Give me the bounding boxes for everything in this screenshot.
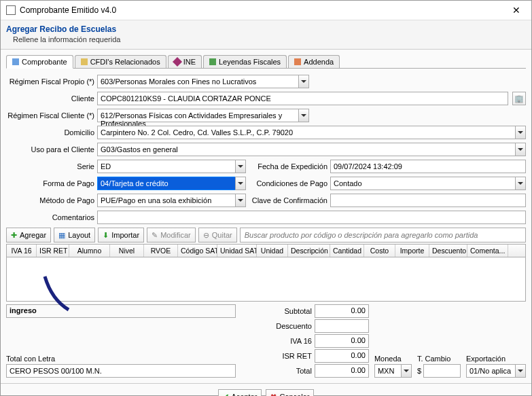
label-comentarios: Comentarios [6,213,94,221]
grid-col-header[interactable]: Código SAT [178,245,217,257]
chevron-down-icon[interactable] [515,143,526,156]
serie-select[interactable]: ED [97,160,246,173]
label-serie: Serie [6,162,94,170]
grid-col-header[interactable]: Cantidad [330,245,364,257]
regimen-propio-select[interactable]: 603/Personas Morales con Fines no Lucrat… [97,75,309,88]
label-subtotal: Subtotal [261,307,312,315]
exportacion-select[interactable]: 01/No aplica [466,364,526,378]
descuento-value [315,319,369,333]
grid-col-header[interactable]: ISR RET [37,245,69,257]
grid-col-header[interactable]: Descuento [429,245,467,257]
label-exportacion: Exportación [466,355,526,363]
grid-col-header[interactable]: RVOE [144,245,178,257]
quitar-button: ⊖Quitar [198,228,237,242]
tab-ine[interactable]: INE [168,55,202,68]
window-title: Comprobante Emitido v4.0 [20,5,503,15]
plus-icon: ✚ [11,231,17,240]
grid-col-header[interactable]: IVA 16 [7,245,37,257]
cliente-lookup-button[interactable]: 🏢 [512,92,526,105]
grid-col-header[interactable]: Nivel [110,245,144,257]
items-grid[interactable]: IVA 16ISR RETAlumnoNivelRVOECódigo SATUn… [6,244,526,302]
subtotal-value: 0.00 [315,304,369,318]
chevron-down-icon[interactable] [515,177,526,190]
cancelar-button[interactable]: ✖Cancelar [266,389,314,396]
page-subtitle: Rellene la información requerida [13,35,526,43]
link-icon [81,58,88,65]
cond-pago-select[interactable]: Contado [330,177,526,190]
domicilio-select[interactable]: Carpintero No. 2 Col. Cedro, Cd. Valles … [97,126,526,139]
label-iva: IVA 16 [261,337,312,345]
grid-col-header[interactable]: Importe [395,245,429,257]
uso-cliente-select[interactable]: G03/Gastos en general [97,143,526,156]
chevron-down-icon[interactable] [235,194,246,207]
chevron-down-icon[interactable] [515,126,526,139]
grid-col-header[interactable]: Costo [364,245,395,257]
chevron-down-icon[interactable] [298,75,309,88]
grid-col-header[interactable]: Alumno [69,245,110,257]
agregar-button[interactable]: ✚Agregar [6,228,51,242]
total-value: 0.00 [315,364,369,378]
grid-col-header[interactable]: Comenta... [467,245,508,257]
currency-symbol: $ [417,367,421,375]
app-icon [6,5,16,15]
page-title: Agregar Recibo de Escuelas [6,24,526,34]
diamond-icon [173,57,182,67]
check-icon: ✔ [223,393,229,397]
total-letra-value: CERO PESOS 00/100 M.N. [6,364,236,378]
label-clave-conf: Clave de Confirmación [249,196,327,204]
chevron-down-icon[interactable] [235,160,246,173]
label-moneda: Moneda [374,355,412,363]
close-button[interactable]: ✕ [507,5,526,16]
metodo-pago-select[interactable]: PUE/Pago en una sola exhibición [97,194,246,207]
x-icon: ✖ [270,393,277,397]
label-total: Total [261,367,312,375]
chevron-down-icon[interactable] [401,364,412,378]
aceptar-button[interactable]: ✔Aceptar [218,389,262,396]
tab-addenda[interactable]: Addenda [288,55,340,68]
tab-comprobante[interactable]: Comprobante [6,55,73,69]
clave-conf-input[interactable] [330,194,526,207]
label-metodo-pago: Método de Pago [6,196,94,204]
layout-icon: ▦ [58,231,65,240]
label-domicilio: Domicilio [6,128,94,137]
grid-col-header[interactable]: Unidad [257,245,288,257]
ingreso-box: ingreso [6,304,236,318]
tcambio-input[interactable] [423,364,461,378]
chevron-down-icon[interactable] [235,177,246,190]
cliente-input[interactable] [97,92,508,105]
regimen-cliente-select[interactable]: 612/Personas Físicas con Actividades Emp… [97,109,309,122]
minus-icon: ⊖ [203,231,209,240]
label-isr: ISR RET [261,352,312,360]
importar-button[interactable]: ⬇Importar [98,228,144,242]
label-cond-pago: Condiciones de Pago [249,179,327,187]
import-icon: ⬇ [103,231,109,240]
tab-leyendas[interactable]: Leyendas Fiscales [203,55,287,68]
product-search-input[interactable] [240,228,526,242]
file-icon [294,58,301,65]
layout-button[interactable]: ▦Layout [54,228,95,242]
label-descuento: Descuento [261,322,312,330]
fecha-exp-input[interactable] [330,160,526,173]
label-regimen-propio: Régimen Fiscal Propio (*) [6,77,94,86]
doc-icon [12,58,19,65]
iva-value: 0.00 [315,334,369,348]
label-regimen-cliente: Régimen Fiscal Cliente (*) [6,111,94,120]
grid-col-header[interactable]: Descripción [288,245,330,257]
pencil-icon: ✎ [152,231,158,240]
book-icon [209,58,216,65]
forma-pago-select[interactable]: 04/Tarjeta de crédito [97,177,246,190]
label-tcambio: T. Cambio [417,355,461,363]
isr-value: 0.00 [315,349,369,363]
tab-cfdis[interactable]: CFDI's Relacionados [75,55,166,68]
label-fecha-exp: Fecha de Expedición [249,162,327,170]
comentarios-input[interactable] [97,211,526,224]
grid-col-header[interactable]: Unidad SAT [217,245,257,257]
label-total-letra: Total con Letra [6,355,255,363]
label-forma-pago: Forma de Pago [6,179,94,187]
moneda-select[interactable]: MXN [374,364,412,378]
chevron-down-icon[interactable] [298,109,309,122]
label-uso-cliente: Uso para el Cliente [6,145,94,154]
modificar-button: ✎Modificar [147,228,196,242]
chevron-down-icon[interactable] [515,364,526,378]
label-cliente: Cliente [6,94,94,103]
